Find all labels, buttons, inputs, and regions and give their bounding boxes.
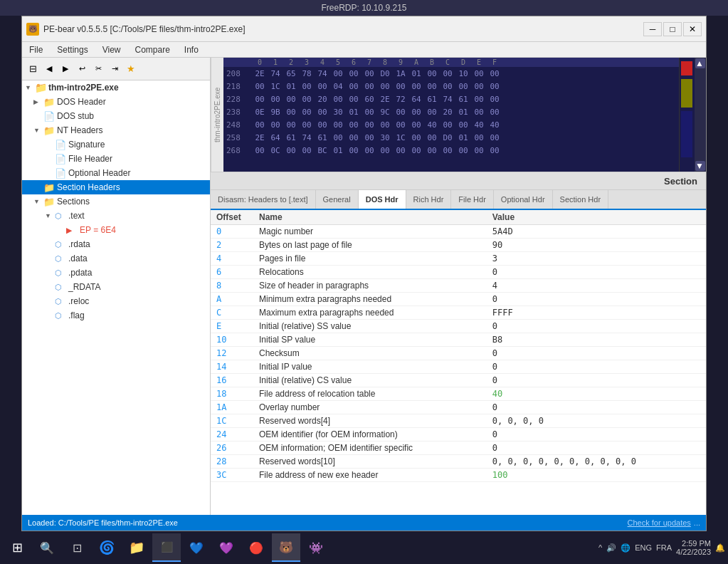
hex-byte[interactable]: 00 [362, 120, 377, 130]
hex-byte[interactable]: 00 [408, 108, 424, 117]
hex-byte[interactable]: 01 [455, 133, 471, 142]
hex-byte[interactable]: 1A [393, 69, 408, 78]
hex-byte[interactable]: 04 [330, 82, 346, 91]
hex-byte[interactable]: 40 [424, 120, 440, 130]
hex-byte[interactable]: 00 [487, 69, 502, 78]
hex-byte[interactable]: 1C [268, 82, 283, 91]
hex-byte[interactable]: 00 [471, 146, 487, 155]
tab-file-hdr[interactable]: File Hdr [451, 190, 494, 209]
tree-item-flag[interactable]: ⬡ .flag [22, 308, 210, 323]
tree-item-reloc[interactable]: ⬡ .reloc [22, 294, 210, 308]
taskbar-pebear-button[interactable]: 🐻 [272, 533, 300, 562]
toolbar-btn-undo[interactable]: ↩ [74, 61, 90, 77]
hex-byte[interactable]: 00 [346, 133, 362, 142]
taskbar-vs-button[interactable]: 💜 [212, 533, 241, 562]
hex-byte[interactable]: D0 [377, 69, 393, 78]
hex-byte[interactable]: 00 [299, 95, 315, 104]
menu-info[interactable]: Info [177, 42, 206, 58]
search-taskbar-button[interactable]: 🔍 [33, 533, 61, 562]
hex-byte[interactable]: 00 [377, 82, 393, 91]
tab-general[interactable]: General [316, 190, 359, 209]
hex-byte[interactable]: 00 [471, 133, 487, 142]
tree-item-sections[interactable]: ▼ 📁 Sections [22, 194, 210, 209]
hex-byte[interactable]: 00 [299, 120, 315, 130]
table-row[interactable]: 18File address of relocation table40 [211, 387, 706, 401]
hex-byte[interactable]: 00 [487, 133, 502, 142]
table-row[interactable]: 26OEM information; OEM identifier specif… [211, 442, 706, 455]
taskbar-ps-button[interactable]: 💙 [182, 533, 211, 562]
hex-byte[interactable]: 00 [471, 82, 487, 91]
check-updates-link[interactable]: Check for updates [628, 518, 691, 527]
hex-byte[interactable]: 00 [408, 120, 424, 130]
hex-byte[interactable]: 01 [455, 108, 471, 117]
hex-byte[interactable]: 00 [424, 69, 440, 78]
taskbar-edge-button[interactable]: 🌀 [93, 533, 121, 562]
hex-byte[interactable]: 00 [299, 146, 315, 155]
hex-byte[interactable]: 00 [362, 133, 377, 142]
hex-byte[interactable]: 00 [346, 82, 362, 91]
hex-byte[interactable]: 00 [315, 120, 330, 130]
hex-byte[interactable]: 1C [393, 133, 408, 142]
sys-tray-show-btn[interactable]: ^ [598, 543, 602, 552]
hex-byte[interactable]: 00 [455, 146, 471, 155]
menu-view[interactable]: View [95, 42, 128, 58]
table-row[interactable]: 1CReserved words[4]0, 0, 0, 0 [211, 414, 706, 428]
table-row[interactable]: AMinimum extra paragraphs needed0 [211, 293, 706, 306]
hex-byte[interactable]: 00 [252, 82, 268, 91]
hex-byte[interactable]: 00 [424, 108, 440, 117]
hex-byte[interactable]: 00 [455, 120, 471, 130]
toolbar-btn-paste[interactable]: ⇥ [107, 61, 122, 77]
hex-byte[interactable]: 00 [455, 82, 471, 91]
notification-button[interactable]: 🔔 [715, 543, 725, 553]
hex-byte[interactable]: 61 [424, 95, 440, 104]
table-row[interactable]: 2Bytes on last page of file90 [211, 239, 706, 252]
tree-item-optional-header[interactable]: 📄 Optional Header [22, 166, 210, 180]
table-row[interactable]: 0Magic number5A4D [211, 225, 706, 239]
table-row[interactable]: 4Pages in file3 [211, 252, 706, 266]
hex-byte[interactable]: 61 [455, 95, 471, 104]
hex-byte[interactable]: 00 [315, 82, 330, 91]
hex-byte[interactable]: 0E [252, 108, 268, 117]
tree-item-root[interactable]: ▼ 📁 thm-intro2PE.exe [22, 80, 210, 95]
table-row[interactable]: 28Reserved words[10]0, 0, 0, 0, 0, 0, 0,… [211, 455, 706, 469]
toolbar-btn-back[interactable]: ◀ [41, 61, 57, 77]
hex-byte[interactable]: 00 [330, 120, 346, 130]
hex-byte[interactable]: 01 [346, 108, 362, 117]
hex-byte[interactable]: 00 [330, 95, 346, 104]
hex-byte[interactable]: 01 [408, 69, 424, 78]
tree-item-dos-header[interactable]: ▶ 📁 DOS Header [22, 95, 210, 109]
hex-byte[interactable]: 74 [299, 133, 315, 142]
taskbar-terminal-button[interactable]: ⬛ [152, 533, 181, 562]
hex-byte[interactable]: 01 [330, 146, 346, 155]
hex-byte[interactable]: 00 [252, 146, 268, 155]
hex-byte[interactable]: 00 [487, 95, 502, 104]
toolbar-btn-forward[interactable]: ▶ [58, 61, 73, 77]
table-row[interactable]: 3CFile address of new exe header100 [211, 469, 706, 482]
hex-byte[interactable]: 00 [377, 146, 393, 155]
hex-byte[interactable]: 64 [268, 133, 283, 142]
hex-byte[interactable]: 10 [455, 69, 471, 78]
table-row[interactable]: EInitial (relative) SS value0 [211, 320, 706, 333]
hex-byte[interactable]: 00 [440, 82, 455, 91]
tree-item-data[interactable]: ⬡ .data [22, 251, 210, 266]
tab-optional-hdr[interactable]: Optional Hdr [494, 190, 553, 209]
hex-byte[interactable]: 30 [330, 108, 346, 117]
hex-byte[interactable]: 00 [393, 120, 408, 130]
table-row[interactable]: CMaximum extra paragraphs neededFFFF [211, 306, 706, 320]
hex-byte[interactable]: 00 [346, 95, 362, 104]
table-row[interactable]: 10Initial SP valueB8 [211, 333, 706, 347]
hex-byte[interactable]: 00 [487, 108, 502, 117]
hex-byte[interactable]: 00 [471, 95, 487, 104]
hex-byte[interactable]: 9B [268, 108, 283, 117]
hex-byte[interactable]: 00 [408, 82, 424, 91]
hex-byte[interactable]: 20 [440, 108, 455, 117]
table-row[interactable]: 16Initial (relative) CS value0 [211, 374, 706, 387]
hex-byte[interactable]: 61 [283, 133, 299, 142]
hex-byte[interactable]: 00 [471, 69, 487, 78]
start-button[interactable]: ⊞ [3, 533, 31, 562]
tab-rich-hdr[interactable]: Rich Hdr [406, 190, 452, 209]
scroll-up[interactable]: ▲ [695, 58, 705, 68]
hex-byte[interactable]: 00 [487, 146, 502, 155]
toolbar-btn-cut[interactable]: ✂ [90, 61, 106, 77]
task-view-button[interactable]: ⊡ [63, 533, 91, 562]
